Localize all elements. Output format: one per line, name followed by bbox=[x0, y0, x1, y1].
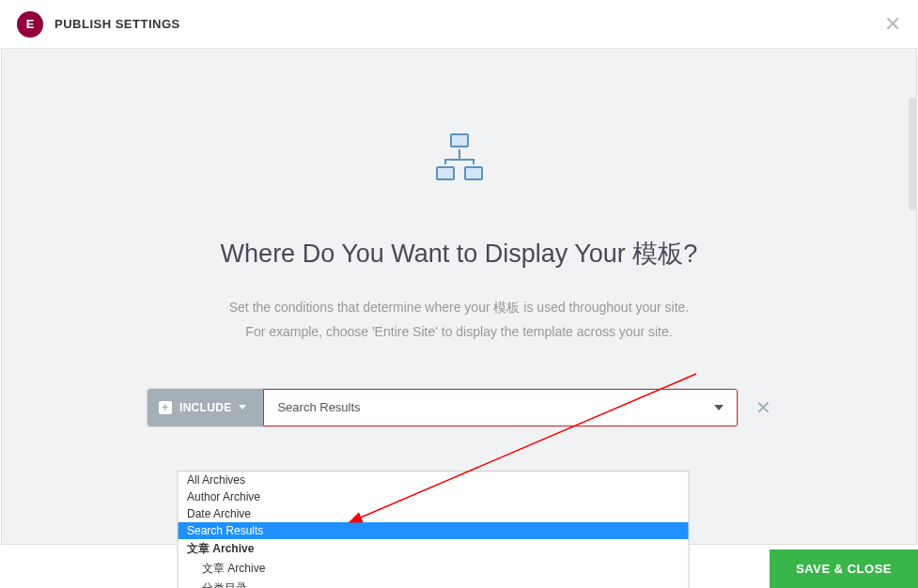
save-close-button[interactable]: SAVE & CLOSE bbox=[770, 549, 918, 588]
main-heading: Where Do You Want to Display Your 模板? bbox=[2, 237, 916, 271]
header-left: E PUBLISH SETTINGS bbox=[17, 11, 180, 38]
plus-icon: + bbox=[159, 401, 172, 414]
dropdown-option[interactable]: 分类目录 bbox=[178, 579, 688, 588]
description-line-2: For example, choose 'Entire Site' to dis… bbox=[2, 321, 916, 342]
hierarchy-icon bbox=[431, 133, 488, 180]
remove-condition-icon[interactable]: ✕ bbox=[755, 396, 771, 419]
dropdown-option[interactable]: 文章 Archive bbox=[178, 559, 688, 579]
modal-footer: SAVE & CLOSE bbox=[770, 549, 918, 588]
close-icon[interactable]: ✕ bbox=[884, 12, 901, 37]
select-caret-icon bbox=[714, 405, 724, 410]
condition-select[interactable]: Search Results bbox=[263, 389, 738, 426]
modal-content: Where Do You Want to Display Your 模板? Se… bbox=[1, 49, 917, 545]
dropdown-option[interactable]: All Archives bbox=[178, 472, 688, 488]
selected-value: Search Results bbox=[277, 400, 360, 414]
dropdown-option[interactable]: Author Archive bbox=[178, 488, 688, 505]
include-label: INCLUDE bbox=[179, 401, 231, 414]
dropdown-option[interactable]: Search Results bbox=[178, 522, 688, 539]
description-line-1: Set the conditions that determine where … bbox=[2, 297, 916, 317]
scrollbar-thumb[interactable] bbox=[909, 98, 916, 210]
condition-row: + INCLUDE Search Results ✕ bbox=[147, 388, 771, 427]
modal-header: E PUBLISH SETTINGS ✕ bbox=[0, 0, 918, 49]
dropdown-panel: All ArchivesAuthor ArchiveDate ArchiveSe… bbox=[177, 471, 689, 588]
modal-title: PUBLISH SETTINGS bbox=[54, 17, 180, 31]
condition-main: + INCLUDE Search Results bbox=[147, 388, 739, 427]
inner-content: Where Do You Want to Display Your 模板? Se… bbox=[2, 49, 916, 427]
dropdown-option[interactable]: 文章 Archive bbox=[178, 539, 688, 559]
dropdown-option[interactable]: Date Archive bbox=[178, 505, 688, 522]
include-exclude-toggle[interactable]: + INCLUDE bbox=[148, 389, 263, 426]
caret-down-icon bbox=[239, 405, 246, 410]
elementor-logo-icon: E bbox=[17, 11, 43, 38]
